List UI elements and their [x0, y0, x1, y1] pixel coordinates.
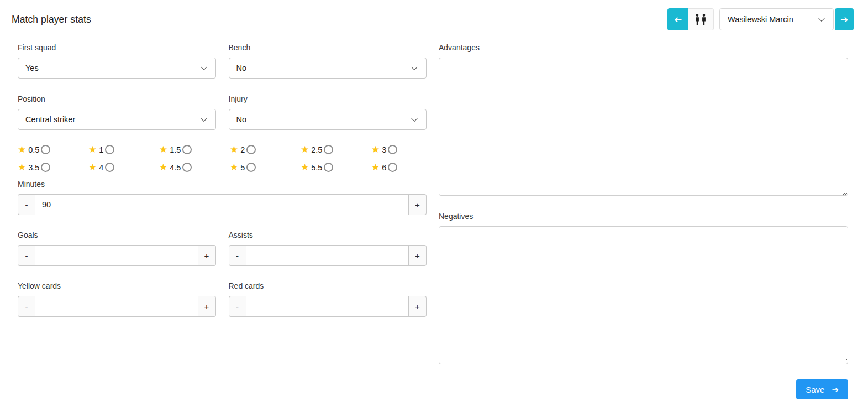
goals-decrement-button[interactable]: -	[18, 245, 35, 266]
injury-select[interactable]: No	[229, 109, 427, 130]
rating-radio[interactable]	[105, 145, 114, 154]
save-button[interactable]: Save ➔	[796, 379, 848, 399]
assists-decrement-button[interactable]: -	[229, 245, 246, 266]
injury-label: Injury	[229, 94, 427, 105]
bench-label: Bench	[229, 43, 427, 53]
minutes-decrement-button[interactable]: -	[18, 194, 35, 215]
bench-value: No	[236, 64, 247, 72]
arrow-left-icon: ➔	[674, 14, 682, 25]
bench-select[interactable]: No	[229, 58, 427, 79]
red-cards-label: Red cards	[229, 281, 427, 291]
chevron-down-icon	[411, 64, 417, 70]
red-cards-decrement-button[interactable]: -	[229, 296, 246, 317]
rating-radio[interactable]	[388, 145, 397, 154]
minutes-field: Minutes - +	[18, 179, 427, 215]
first-squad-value: Yes	[25, 64, 39, 72]
save-row: Save ➔	[439, 379, 848, 399]
rating-option-3.5[interactable]: ★ 3.5	[18, 162, 88, 173]
right-column: Advantages Negatives Save ➔	[439, 43, 848, 399]
goals-stepper: - +	[18, 245, 216, 266]
rating-radio[interactable]	[324, 163, 333, 172]
rating-radio[interactable]	[182, 163, 192, 172]
rating-option-2.5[interactable]: ★ 2.5	[301, 144, 371, 155]
minutes-increment-button[interactable]: +	[409, 194, 427, 215]
rating-option-4.5[interactable]: ★ 4.5	[159, 162, 230, 173]
yellow-cards-field: Yellow cards - +	[18, 281, 216, 317]
rating-option-1.5[interactable]: ★ 1.5	[159, 144, 230, 155]
star-icon: ★	[371, 163, 380, 172]
chevron-down-icon	[818, 15, 824, 22]
first-squad-label: First squad	[18, 43, 216, 53]
red-cards-field: Red cards - +	[229, 281, 427, 317]
rating-radio[interactable]	[41, 163, 50, 172]
yellow-cards-label: Yellow cards	[18, 281, 216, 291]
rating-option-3[interactable]: ★ 3	[371, 144, 427, 155]
yellow-cards-input[interactable]	[35, 296, 198, 317]
minutes-input[interactable]	[35, 194, 409, 215]
players-list-button[interactable]	[688, 8, 714, 30]
star-icon: ★	[301, 163, 309, 172]
position-select[interactable]: Central striker	[18, 109, 216, 130]
star-icon: ★	[18, 163, 26, 172]
assists-stepper: - +	[229, 245, 427, 266]
chevron-down-icon	[201, 64, 207, 70]
advantages-textarea[interactable]	[439, 58, 848, 196]
rating-radio[interactable]	[182, 145, 192, 154]
bench-field: Bench No	[229, 43, 427, 79]
star-icon: ★	[230, 163, 238, 172]
rating-options: ★ 0.5 ★ 1 ★ 1.5 ★ 2 ★ 2.5	[18, 144, 427, 173]
minutes-label: Minutes	[18, 179, 427, 190]
form-content: First squad Yes Bench No Position Centra…	[0, 43, 868, 399]
rating-option-6[interactable]: ★ 6	[371, 162, 427, 173]
assists-input[interactable]	[246, 245, 409, 266]
rating-option-2[interactable]: ★ 2	[230, 144, 301, 155]
left-column: First squad Yes Bench No Position Centra…	[18, 43, 427, 399]
rating-radio[interactable]	[246, 145, 256, 154]
rating-option-5[interactable]: ★ 5	[230, 162, 301, 173]
negatives-label: Negatives	[439, 211, 848, 222]
yellow-cards-decrement-button[interactable]: -	[18, 296, 35, 317]
rating-radio[interactable]	[324, 145, 333, 154]
previous-player-button[interactable]: ➔	[667, 8, 688, 30]
rating-option-1[interactable]: ★ 1	[88, 144, 159, 155]
goals-field: Goals - +	[18, 230, 216, 266]
position-field: Position Central striker	[18, 94, 216, 130]
yellow-cards-increment-button[interactable]: +	[198, 296, 216, 317]
star-icon: ★	[159, 145, 167, 154]
first-squad-select[interactable]: Yes	[18, 58, 216, 79]
goals-increment-button[interactable]: +	[198, 245, 216, 266]
advantages-field: Advantages	[439, 43, 848, 196]
rating-option-4[interactable]: ★ 4	[88, 162, 159, 173]
player-select[interactable]: Wasilewski Marcin	[719, 8, 834, 30]
star-icon: ★	[230, 145, 238, 154]
red-cards-stepper: - +	[229, 296, 427, 317]
page-title: Match player stats	[12, 14, 91, 25]
negatives-field: Negatives	[439, 211, 848, 364]
rating-option-0.5[interactable]: ★ 0.5	[18, 144, 88, 155]
advantages-label: Advantages	[439, 43, 848, 53]
goals-label: Goals	[18, 230, 216, 241]
red-cards-increment-button[interactable]: +	[409, 296, 427, 317]
yellow-cards-stepper: - +	[18, 296, 216, 317]
rating-radio[interactable]	[246, 163, 256, 172]
first-squad-field: First squad Yes	[18, 43, 216, 79]
negatives-textarea[interactable]	[439, 226, 848, 364]
rating-radio[interactable]	[388, 163, 397, 172]
star-icon: ★	[88, 145, 97, 154]
position-label: Position	[18, 94, 216, 105]
save-button-label: Save	[806, 385, 824, 394]
star-icon: ★	[301, 145, 309, 154]
minutes-stepper: - +	[18, 194, 427, 215]
rating-radio[interactable]	[105, 163, 114, 172]
player-navigation: ➔ Wasilewski Marcin ➔	[667, 8, 854, 30]
red-cards-input[interactable]	[246, 296, 409, 317]
assists-increment-button[interactable]: +	[409, 245, 427, 266]
people-icon	[694, 14, 708, 25]
star-icon: ★	[159, 163, 167, 172]
rating-option-5.5[interactable]: ★ 5.5	[301, 162, 371, 173]
rating-radio[interactable]	[41, 145, 50, 154]
next-player-button[interactable]: ➔	[835, 8, 854, 30]
goals-input[interactable]	[35, 245, 198, 266]
chevron-down-icon	[201, 116, 207, 122]
arrow-right-icon: ➔	[832, 385, 839, 394]
